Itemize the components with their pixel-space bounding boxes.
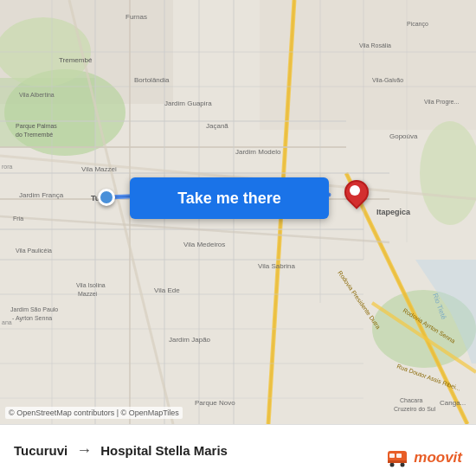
- svg-text:Vila Rosália: Vila Rosália: [359, 42, 391, 48]
- map-container: Furnas Tremembé Vila Albertina Bortolând…: [0, 0, 476, 424]
- moovit-logo: moovit: [386, 448, 462, 467]
- svg-text:Parque Novo: Parque Novo: [195, 399, 235, 407]
- svg-text:Jardim São Paulo: Jardim São Paulo: [10, 306, 58, 312]
- svg-text:Vila Paulicéia: Vila Paulicéia: [16, 248, 52, 254]
- svg-text:Picanço: Picanço: [407, 21, 428, 28]
- svg-text:Canga...: Canga...: [440, 399, 466, 407]
- svg-text:Vila Progre...: Vila Progre...: [424, 99, 459, 106]
- svg-text:Vila Sabrina: Vila Sabrina: [258, 262, 296, 270]
- svg-rect-81: [388, 460, 407, 463]
- svg-text:Jardim França: Jardim França: [19, 191, 64, 199]
- svg-text:Itapegica: Itapegica: [376, 208, 411, 216]
- svg-text:Vila Mazzei: Vila Mazzei: [81, 165, 117, 173]
- svg-point-80: [401, 463, 405, 467]
- svg-text:rora: rora: [2, 164, 13, 170]
- moovit-icon: [386, 448, 410, 467]
- svg-text:Jardim Japão: Jardim Japão: [169, 336, 211, 344]
- svg-text:Gopoúva: Gopoúva: [389, 132, 418, 140]
- svg-text:Jaçanã: Jaçanã: [206, 122, 228, 130]
- svg-text:Chacara: Chacara: [400, 397, 423, 403]
- svg-text:Parque Palmas: Parque Palmas: [16, 123, 57, 130]
- map-attribution: © OpenStreetMap contributors | © OpenMap…: [5, 407, 183, 419]
- svg-rect-78: [396, 453, 402, 458]
- svg-text:Jardim Modelo: Jardim Modelo: [235, 148, 281, 156]
- destination-label: Hospital Stella Maris: [100, 443, 228, 458]
- origin-marker: [98, 189, 115, 206]
- svg-text:do Tremembé: do Tremembé: [16, 132, 53, 138]
- svg-text:Vila Isolina: Vila Isolina: [76, 282, 106, 288]
- svg-text:Vila Albertina: Vila Albertina: [19, 92, 55, 98]
- destination-marker: [344, 180, 369, 211]
- take-me-there-button[interactable]: Take me there: [130, 177, 329, 219]
- svg-rect-77: [389, 453, 395, 458]
- svg-text:Fria: Fria: [13, 215, 23, 222]
- svg-text:Tremembé: Tremembé: [59, 56, 93, 64]
- svg-text:ana: ana: [2, 319, 12, 325]
- svg-text:Vila-Galvão: Vila-Galvão: [372, 77, 403, 83]
- svg-text:Furnas: Furnas: [125, 13, 147, 21]
- origin-label: Tucuruvi: [14, 443, 68, 458]
- svg-text:Mazzei: Mazzei: [78, 291, 98, 297]
- svg-text:Jardim Guapira: Jardim Guapira: [164, 100, 212, 107]
- svg-point-79: [390, 463, 395, 467]
- arrow-right-icon: →: [76, 441, 92, 460]
- svg-text:Cruzeiro do Sul: Cruzeiro do Sul: [394, 406, 436, 412]
- svg-text:Vila Ede: Vila Ede: [154, 286, 180, 294]
- bottom-bar: Tucuruvi → Hospital Stella Maris moovit: [0, 424, 476, 476]
- svg-text:Vila Medeiros: Vila Medeiros: [183, 241, 225, 248]
- svg-text:- Ayrton Senna: - Ayrton Senna: [12, 315, 52, 322]
- moovit-logo-text: moovit: [414, 449, 462, 466]
- svg-text:Bortolândia: Bortolândia: [134, 76, 170, 84]
